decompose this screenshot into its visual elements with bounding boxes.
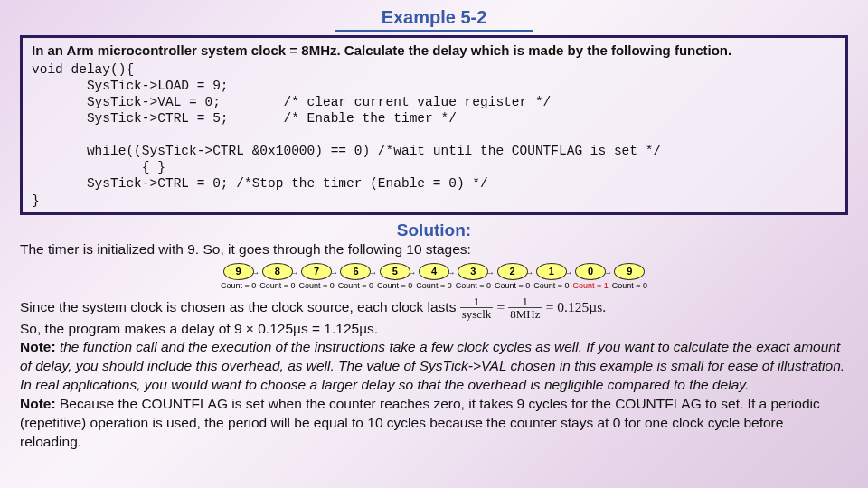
stage: 2→Count = 0 [495,263,530,290]
equals-1: = [497,298,509,314]
stage-oval: 2→ [497,263,528,280]
stage: 8→Count = 0 [259,263,295,290]
stage: 4→Count = 0 [416,263,451,290]
intro-text: The timer is initialized with 9. So, it … [20,240,848,259]
arrow-icon: → [486,267,495,277]
frac2-num: 1 [508,296,542,308]
clock-calc-pre: Since the system clock is chosen as the … [20,298,460,314]
stage-count: Count = 0 [495,281,530,290]
frac1-num: 1 [460,296,494,308]
stage-oval: 9→ [223,263,254,280]
note1-body: the function call and the execution of t… [20,339,844,392]
stage-count: Count = 0 [416,281,451,290]
stage: 6→Count = 0 [338,263,373,290]
stage-oval: 8→ [262,263,293,280]
arrow-icon: → [447,267,456,277]
frac2-den: 8MHz [508,308,542,320]
arrow-icon: → [564,267,573,277]
note1-label: Note: [20,339,60,354]
question-text: In an Arm microcontroller system clock =… [32,42,836,60]
stage: 9Count = 0 [612,263,647,290]
note2-body: Because the COUNTFLAG is set when the co… [20,396,820,449]
clock-calc-line: Since the system clock is chosen as the … [20,296,848,320]
arrow-icon: → [603,267,612,277]
note-1: Note: the function call and the executio… [20,338,848,395]
arrow-icon: → [251,267,260,277]
clock-calc-post: = 0.125µs. [546,298,606,314]
note2-label: Note: [20,396,60,411]
arrow-icon: → [368,267,377,277]
fraction-1: 1 sysclk [460,296,494,320]
stage-oval: 4→ [419,263,449,280]
stage-count: Count = 0 [299,281,335,290]
stage-oval: 7→ [301,263,332,280]
arrow-icon: → [408,267,417,277]
stage-count: Count = 0 [377,281,412,290]
stages-diagram: 9→Count = 08→Count = 07→Count = 06→Count… [20,263,848,290]
stage-count: Count = 0 [612,281,647,290]
stage: 0→Count = 1 [572,263,608,290]
stage-oval: 9 [614,263,645,280]
arrow-icon: → [290,267,299,277]
stage-count: Count = 0 [259,281,295,290]
note-2: Note: Because the COUNTFLAG is set when … [20,395,848,452]
code-block: void delay(){ SysTick->LOAD = 9; SysTick… [32,61,836,209]
stage: 3→Count = 0 [456,263,491,290]
stage-count: Count = 0 [338,281,373,290]
example-box: In an Arm microcontroller system clock =… [20,35,848,215]
stage-oval: 3→ [458,263,488,280]
solution-heading: Solution: [20,221,848,240]
frac1-den: sysclk [460,308,494,320]
example-title: Example 5-2 [335,7,533,32]
stage-oval: 6→ [340,263,371,280]
stage-oval: 0→ [575,263,606,280]
arrow-icon: → [329,267,338,277]
stage: 5→Count = 0 [377,263,412,290]
stage-count: Count = 0 [533,281,569,290]
stage-count: Count = 0 [456,281,491,290]
stage-count: Count = 0 [221,281,256,290]
stage-count: Count = 1 [572,281,608,290]
stage-oval: 1→ [536,263,567,280]
stage: 9→Count = 0 [221,263,256,290]
stage: 7→Count = 0 [299,263,335,290]
stage: 1→Count = 0 [533,263,569,290]
delay-line: So, the program makes a delay of 9 × 0.1… [20,320,848,339]
stage-oval: 5→ [380,263,410,280]
arrow-icon: → [525,267,534,277]
fraction-2: 1 8MHz [508,296,542,320]
